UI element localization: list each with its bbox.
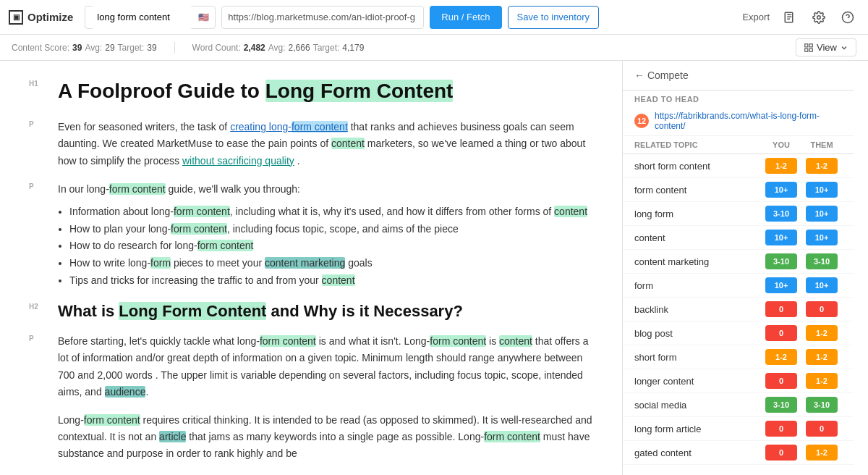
list-item: Tips and tricks for increasing the traff… <box>69 272 593 290</box>
table-row: gated content01-2 <box>623 441 854 465</box>
svg-rect-6 <box>809 49 812 51</box>
view-label: View <box>817 42 837 53</box>
table-row: short form content1-21-2 <box>623 154 854 178</box>
them-score-badge: 10+ <box>806 182 838 198</box>
keyword-input[interactable] <box>91 6 192 29</box>
you-score-badge: 0 <box>765 373 797 389</box>
table-row: form content10+10+ <box>623 178 854 202</box>
competitor-link[interactable]: https://fabrikbrands.com/what-is-long-fo… <box>655 111 842 131</box>
you-score-badge: 10+ <box>765 230 797 245</box>
save-inventory-button[interactable]: Save to inventory <box>508 6 599 29</box>
table-row: longer content01-2 <box>623 369 854 393</box>
you-score-badge: 10+ <box>765 277 797 293</box>
them-score-badge: 10+ <box>806 206 838 222</box>
p4-text: Long-form content requires critical thin… <box>58 412 593 462</box>
stats-bar: Content Score: 39 Avg: 29 Target: 39 Wor… <box>0 35 868 61</box>
you-score-badge: 0 <box>765 445 797 461</box>
p3-label: P <box>29 335 34 342</box>
p1-text: Even for seasoned writers, the task of c… <box>58 119 593 169</box>
them-column-header: THEM <box>801 140 842 149</box>
p3-block: P Before starting, let's quickly tackle … <box>29 333 593 400</box>
content-score-stat: Content Score: 39 Avg: 29 Target: 39 <box>12 43 157 53</box>
cm-hl: content marketing <box>265 257 345 269</box>
topic-name: content <box>634 232 761 243</box>
table-row: social media3-103-10 <box>623 393 854 417</box>
table-row: short form1-21-2 <box>623 345 854 369</box>
p1-link1[interactable]: creating long-form content <box>230 121 348 133</box>
form-content-hl1: form content <box>292 121 348 133</box>
topics-list: short form content1-21-2form content10+1… <box>623 154 854 475</box>
svg-rect-3 <box>805 43 808 46</box>
them-score-badge: 1-2 <box>806 373 838 389</box>
settings-icon[interactable] <box>807 6 830 29</box>
documents-icon[interactable] <box>778 6 801 29</box>
you-score-badge: 0 <box>765 325 797 341</box>
content-hl3: content <box>322 274 355 286</box>
fc-hl: form content <box>174 206 230 217</box>
fc-hl4: form content <box>260 335 316 347</box>
editor-area[interactable]: H1 A Foolproof Guide to Long Form Conten… <box>0 61 622 475</box>
fc-hl5: form content <box>430 335 486 347</box>
topic-name: content marketing <box>634 256 761 267</box>
p2-label: P <box>29 182 34 190</box>
topic-name: blog post <box>634 328 761 339</box>
quality-link[interactable]: without sacrificing quality <box>182 155 294 167</box>
article-hl: article <box>159 431 186 442</box>
url-input[interactable] <box>221 6 424 29</box>
sidebar-header: ← Compete <box>623 61 854 91</box>
help-icon[interactable] <box>836 6 859 29</box>
table-row: content marketing3-103-10 <box>623 250 854 274</box>
them-score-badge: 10+ <box>806 277 838 293</box>
avg-label: Avg: <box>85 43 102 53</box>
p1-label: P <box>29 120 34 128</box>
export-button[interactable]: Export <box>739 12 773 22</box>
you-column-header: YOU <box>761 140 801 149</box>
run-fetch-button[interactable]: Run / Fetch <box>430 6 501 29</box>
content-hl4: content <box>499 335 532 347</box>
word-count-value: 2,482 <box>244 43 265 53</box>
bullet-list: Information about long-form content, inc… <box>69 203 593 290</box>
list-item: How to plan your long-form content, incl… <box>69 221 593 238</box>
competitor-url-row: 12 https://fabrikbrands.com/what-is-long… <box>623 106 854 136</box>
sidebar: ← Compete HEAD TO HEAD 12 https://fabrik… <box>622 61 854 475</box>
h2-highlight: Long Form Content <box>119 302 266 320</box>
list-item: How to write long-form pieces to meet yo… <box>69 255 593 272</box>
avg2-label: Avg: <box>268 43 286 53</box>
them-score-badge: 0 <box>806 301 838 317</box>
them-score-badge: 3-10 <box>806 253 838 269</box>
h2-label: H2 <box>29 303 38 311</box>
table-row: long form article00 <box>623 417 854 441</box>
them-score-badge: 0 <box>806 421 838 437</box>
h1-block: H1 A Foolproof Guide to Long Form Conten… <box>29 78 593 104</box>
p2-text: In our long-form content guide, we'll wa… <box>58 181 593 198</box>
form-hl: form <box>150 257 171 269</box>
topic-name: social media <box>634 400 761 411</box>
you-score-badge: 1-2 <box>765 349 797 365</box>
logo-icon: ▣ <box>9 10 23 25</box>
view-button[interactable]: View <box>796 38 856 56</box>
fc-hl3: form content <box>197 240 254 251</box>
p2-block: P In our long-form content guide, we'll … <box>29 181 593 290</box>
table-row: blog post01-2 <box>623 321 854 345</box>
table-header: RELATED TOPIC YOU THEM <box>623 136 854 154</box>
topic-name: short form <box>634 352 761 363</box>
them-score-badge: 1-2 <box>806 445 838 461</box>
topic-name: form content <box>634 185 761 196</box>
you-score-badge: 3-10 <box>765 206 797 222</box>
audience-hl: audience <box>105 386 146 398</box>
main-layout: H1 A Foolproof Guide to Long Form Conten… <box>0 61 868 475</box>
fc-hl2: form content <box>171 223 227 235</box>
logo: ▣ Optimize <box>9 10 73 25</box>
you-score-badge: 10+ <box>765 182 797 198</box>
back-button[interactable]: ← Compete <box>634 70 689 81</box>
fc-hl7: form content <box>484 431 540 442</box>
them-score-badge: 1-2 <box>806 325 838 341</box>
word-count-label: Word Count: <box>192 43 241 53</box>
topic-name: gated content <box>634 447 761 458</box>
target-label: Target: <box>118 43 145 53</box>
word-count-stat: Word Count: 2,482 Avg: 2,666 Target: 4,1… <box>192 43 365 53</box>
list-item: Information about long-form content, inc… <box>69 203 593 221</box>
topic-name: form <box>634 280 761 291</box>
table-row: form10+10+ <box>623 274 854 298</box>
topic-name: short form content <box>634 161 761 172</box>
